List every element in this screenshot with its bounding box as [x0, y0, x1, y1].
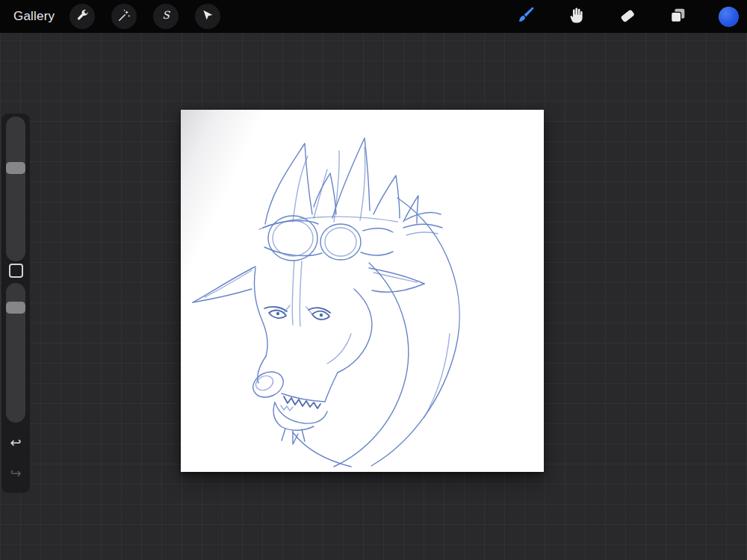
top-toolbar: Gallery S — [0, 0, 747, 33]
right-tool-group — [515, 0, 740, 33]
color-swatch — [719, 7, 739, 27]
dragon-sketch — [181, 110, 544, 472]
undo-button[interactable]: ↩ — [1, 433, 30, 452]
smudge-tool-button[interactable] — [565, 6, 587, 28]
redo-button[interactable]: ↪ — [1, 464, 30, 483]
left-tool-group: S — [69, 4, 220, 29]
brush-opacity-handle[interactable] — [6, 302, 25, 314]
brush-icon — [515, 5, 536, 28]
color-picker-button[interactable] — [718, 6, 740, 28]
transform-arrow-icon — [201, 8, 214, 25]
eraser-tool-button[interactable] — [616, 6, 638, 28]
smudge-hand-icon — [567, 6, 586, 28]
selection-button[interactable]: S — [153, 4, 179, 29]
selection-s-icon: S — [158, 7, 173, 25]
adjustments-button[interactable] — [111, 4, 137, 29]
brush-sidebar: ↩ ↪ — [1, 113, 30, 493]
redo-icon: ↪ — [10, 466, 21, 481]
paint-tool-button[interactable] — [515, 6, 536, 28]
magic-wand-icon — [117, 8, 131, 25]
svg-text:S: S — [162, 9, 170, 21]
wrench-icon — [75, 8, 90, 25]
drawing-canvas[interactable] — [181, 110, 544, 472]
undo-icon: ↩ — [10, 435, 21, 450]
gallery-button[interactable]: Gallery — [13, 9, 55, 24]
layers-icon — [669, 6, 687, 28]
modify-button[interactable] — [9, 264, 23, 278]
transform-button[interactable] — [195, 4, 220, 29]
brush-size-handle[interactable] — [6, 162, 25, 174]
eraser-icon — [618, 5, 637, 28]
actions-button[interactable] — [69, 4, 95, 29]
layers-button[interactable] — [667, 6, 689, 28]
brush-size-slider[interactable] — [6, 116, 25, 261]
